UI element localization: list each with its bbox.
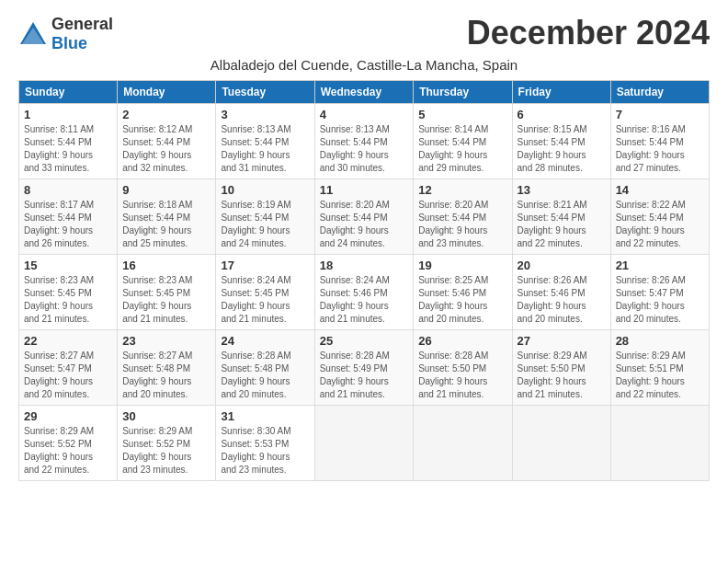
day-number: 28	[616, 334, 704, 348]
calendar-day-cell: 17Sunrise: 8:24 AM Sunset: 5:45 PM Dayli…	[216, 255, 314, 330]
day-info: Sunrise: 8:21 AM Sunset: 5:44 PM Dayligh…	[518, 199, 606, 250]
day-number: 30	[122, 409, 210, 423]
calendar-week-row: 22Sunrise: 8:27 AM Sunset: 5:47 PM Dayli…	[19, 330, 710, 406]
logo-blue: Blue	[51, 34, 87, 52]
day-info: Sunrise: 8:27 AM Sunset: 5:47 PM Dayligh…	[24, 350, 112, 401]
day-info: Sunrise: 8:29 AM Sunset: 5:52 PM Dayligh…	[24, 425, 112, 477]
calendar-day-cell	[414, 406, 512, 481]
calendar-day-cell: 4Sunrise: 8:13 AM Sunset: 5:44 PM Daylig…	[314, 104, 414, 179]
day-number: 2	[122, 108, 210, 121]
calendar-day-cell: 20Sunrise: 8:26 AM Sunset: 5:46 PM Dayli…	[512, 255, 610, 330]
day-number: 22	[24, 334, 112, 348]
calendar-day-cell: 26Sunrise: 8:28 AM Sunset: 5:50 PM Dayli…	[414, 330, 512, 406]
calendar-header-cell: Thursday	[414, 81, 512, 104]
day-info: Sunrise: 8:15 AM Sunset: 5:44 PM Dayligh…	[518, 123, 606, 175]
day-info: Sunrise: 8:26 AM Sunset: 5:47 PM Dayligh…	[616, 274, 704, 326]
day-info: Sunrise: 8:23 AM Sunset: 5:45 PM Dayligh…	[24, 274, 112, 326]
day-number: 10	[221, 183, 309, 197]
calendar-day-cell: 1Sunrise: 8:11 AM Sunset: 5:44 PM Daylig…	[19, 104, 118, 179]
header: General Blue December 2024	[18, 15, 710, 53]
day-info: Sunrise: 8:13 AM Sunset: 5:44 PM Dayligh…	[320, 123, 409, 175]
calendar-day-cell: 7Sunrise: 8:16 AM Sunset: 5:44 PM Daylig…	[610, 104, 709, 179]
calendar-day-cell: 29Sunrise: 8:29 AM Sunset: 5:52 PM Dayli…	[19, 406, 118, 481]
day-info: Sunrise: 8:19 AM Sunset: 5:44 PM Dayligh…	[221, 199, 309, 250]
calendar-header-cell: Tuesday	[216, 81, 314, 104]
day-number: 13	[518, 183, 606, 197]
calendar-day-cell: 6Sunrise: 8:15 AM Sunset: 5:44 PM Daylig…	[512, 104, 610, 179]
calendar-day-cell: 23Sunrise: 8:27 AM Sunset: 5:48 PM Dayli…	[118, 330, 216, 406]
calendar-day-cell: 28Sunrise: 8:29 AM Sunset: 5:51 PM Dayli…	[610, 330, 709, 406]
calendar-day-cell: 30Sunrise: 8:29 AM Sunset: 5:52 PM Dayli…	[118, 406, 216, 481]
calendar-day-cell: 10Sunrise: 8:19 AM Sunset: 5:44 PM Dayli…	[216, 179, 314, 255]
day-info: Sunrise: 8:24 AM Sunset: 5:45 PM Dayligh…	[221, 274, 309, 326]
day-info: Sunrise: 8:27 AM Sunset: 5:48 PM Dayligh…	[122, 350, 210, 401]
calendar-header-cell: Sunday	[19, 81, 118, 104]
calendar-day-cell	[512, 406, 610, 481]
day-info: Sunrise: 8:25 AM Sunset: 5:46 PM Dayligh…	[418, 274, 506, 326]
day-number: 25	[320, 334, 409, 348]
calendar-header-cell: Friday	[512, 81, 610, 104]
calendar-header-cell: Monday	[118, 81, 216, 104]
day-number: 20	[518, 259, 606, 272]
calendar-week-row: 29Sunrise: 8:29 AM Sunset: 5:52 PM Dayli…	[19, 406, 710, 481]
day-number: 7	[616, 108, 704, 121]
calendar-day-cell: 31Sunrise: 8:30 AM Sunset: 5:53 PM Dayli…	[216, 406, 314, 481]
day-number: 11	[320, 183, 409, 197]
day-number: 16	[122, 259, 210, 272]
day-info: Sunrise: 8:28 AM Sunset: 5:50 PM Dayligh…	[418, 350, 506, 401]
day-number: 21	[616, 259, 704, 272]
day-info: Sunrise: 8:29 AM Sunset: 5:50 PM Dayligh…	[518, 350, 606, 401]
calendar-day-cell: 3Sunrise: 8:13 AM Sunset: 5:44 PM Daylig…	[216, 104, 314, 179]
calendar-day-cell: 25Sunrise: 8:28 AM Sunset: 5:49 PM Dayli…	[314, 330, 414, 406]
day-number: 24	[221, 334, 309, 348]
calendar-day-cell: 11Sunrise: 8:20 AM Sunset: 5:44 PM Dayli…	[314, 179, 414, 255]
calendar-day-cell: 5Sunrise: 8:14 AM Sunset: 5:44 PM Daylig…	[414, 104, 512, 179]
calendar-day-cell: 19Sunrise: 8:25 AM Sunset: 5:46 PM Dayli…	[414, 255, 512, 330]
calendar-day-cell: 12Sunrise: 8:20 AM Sunset: 5:44 PM Dayli…	[414, 179, 512, 255]
day-info: Sunrise: 8:28 AM Sunset: 5:48 PM Dayligh…	[221, 350, 309, 401]
calendar-day-cell: 14Sunrise: 8:22 AM Sunset: 5:44 PM Dayli…	[610, 179, 709, 255]
calendar-week-row: 15Sunrise: 8:23 AM Sunset: 5:45 PM Dayli…	[19, 255, 710, 330]
day-info: Sunrise: 8:28 AM Sunset: 5:49 PM Dayligh…	[320, 350, 409, 401]
day-info: Sunrise: 8:30 AM Sunset: 5:53 PM Dayligh…	[221, 425, 309, 477]
day-number: 15	[24, 259, 112, 272]
calendar-header-cell: Wednesday	[314, 81, 414, 104]
calendar-day-cell: 16Sunrise: 8:23 AM Sunset: 5:45 PM Dayli…	[118, 255, 216, 330]
calendar-day-cell: 24Sunrise: 8:28 AM Sunset: 5:48 PM Dayli…	[216, 330, 314, 406]
calendar-week-row: 1Sunrise: 8:11 AM Sunset: 5:44 PM Daylig…	[19, 104, 710, 179]
day-number: 3	[221, 108, 309, 121]
day-info: Sunrise: 8:18 AM Sunset: 5:44 PM Dayligh…	[122, 199, 210, 250]
day-info: Sunrise: 8:12 AM Sunset: 5:44 PM Dayligh…	[122, 123, 210, 175]
day-info: Sunrise: 8:29 AM Sunset: 5:52 PM Dayligh…	[122, 425, 210, 477]
day-number: 4	[320, 108, 409, 121]
calendar-header-cell: Saturday	[610, 81, 709, 104]
day-info: Sunrise: 8:29 AM Sunset: 5:51 PM Dayligh…	[616, 350, 704, 401]
day-number: 5	[418, 108, 506, 121]
calendar-week-row: 8Sunrise: 8:17 AM Sunset: 5:44 PM Daylig…	[19, 179, 710, 255]
day-number: 14	[616, 183, 704, 197]
day-number: 1	[24, 108, 112, 121]
calendar-day-cell: 9Sunrise: 8:18 AM Sunset: 5:44 PM Daylig…	[118, 179, 216, 255]
logo-icon	[18, 20, 48, 48]
month-title: December 2024	[467, 15, 710, 52]
day-number: 31	[221, 409, 309, 423]
day-number: 9	[122, 183, 210, 197]
calendar-day-cell	[610, 406, 709, 481]
day-info: Sunrise: 8:22 AM Sunset: 5:44 PM Dayligh…	[616, 199, 704, 250]
day-info: Sunrise: 8:23 AM Sunset: 5:45 PM Dayligh…	[122, 274, 210, 326]
location-title: Albaladejo del Cuende, Castille-La Manch…	[18, 57, 710, 73]
day-number: 8	[24, 183, 112, 197]
day-number: 26	[418, 334, 506, 348]
calendar-day-cell: 21Sunrise: 8:26 AM Sunset: 5:47 PM Dayli…	[610, 255, 709, 330]
day-info: Sunrise: 8:24 AM Sunset: 5:46 PM Dayligh…	[320, 274, 409, 326]
calendar-day-cell: 27Sunrise: 8:29 AM Sunset: 5:50 PM Dayli…	[512, 330, 610, 406]
calendar-day-cell: 2Sunrise: 8:12 AM Sunset: 5:44 PM Daylig…	[118, 104, 216, 179]
calendar-day-cell: 13Sunrise: 8:21 AM Sunset: 5:44 PM Dayli…	[512, 179, 610, 255]
calendar-day-cell: 22Sunrise: 8:27 AM Sunset: 5:47 PM Dayli…	[19, 330, 118, 406]
day-info: Sunrise: 8:17 AM Sunset: 5:44 PM Dayligh…	[24, 199, 112, 250]
calendar-table: SundayMondayTuesdayWednesdayThursdayFrid…	[18, 80, 710, 481]
logo-general: General	[51, 15, 113, 33]
day-number: 27	[518, 334, 606, 348]
logo: General Blue	[18, 15, 113, 53]
day-number: 12	[418, 183, 506, 197]
